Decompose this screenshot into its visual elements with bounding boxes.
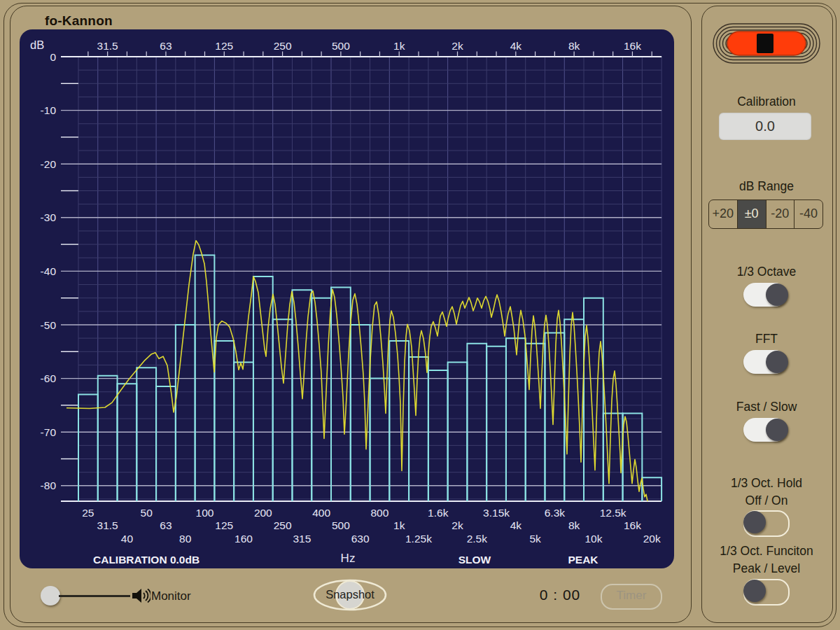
- svg-text:315: 315: [293, 533, 311, 545]
- svg-text:5k: 5k: [529, 533, 541, 545]
- speaker-icon: [132, 587, 150, 608]
- svg-text:63: 63: [160, 519, 172, 531]
- monitor-volume-knob[interactable]: [41, 586, 60, 606]
- svg-text:2k: 2k: [451, 40, 463, 52]
- svg-text:40: 40: [121, 533, 134, 545]
- svg-text:-10: -10: [41, 104, 57, 116]
- monitor-label: Monitor: [151, 589, 191, 603]
- timer-value: 0 : 00: [528, 587, 592, 603]
- toggle-knob: [766, 351, 788, 373]
- svg-text:dB: dB: [30, 38, 44, 51]
- svg-text:20k: 20k: [643, 533, 661, 545]
- db-range-option--20[interactable]: -20: [766, 200, 795, 228]
- svg-text:800: 800: [370, 507, 388, 519]
- power-slider-handle: [757, 34, 774, 53]
- svg-text:50: 50: [141, 507, 153, 519]
- svg-text:3.15k: 3.15k: [483, 507, 510, 519]
- svg-text:-30: -30: [41, 211, 57, 223]
- svg-text:125: 125: [215, 40, 233, 52]
- fast-slow-toggle-label: Fast / Slow: [701, 400, 832, 414]
- fast-slow-toggle[interactable]: [743, 418, 787, 442]
- snapshot-button[interactable]: Snapshot: [312, 579, 388, 611]
- oct-hold-toggle[interactable]: [743, 510, 790, 537]
- svg-text:1.6k: 1.6k: [428, 507, 449, 519]
- svg-text:500: 500: [332, 40, 350, 52]
- svg-text:16k: 16k: [624, 519, 641, 531]
- svg-text:PEAK: PEAK: [568, 554, 598, 566]
- oct-hold-label-line1: 1/3 Oct. Hold: [701, 476, 832, 491]
- db-range-option--40[interactable]: -40: [794, 200, 822, 228]
- toggle-knob: [743, 580, 766, 602]
- svg-text:16k: 16k: [624, 40, 641, 52]
- toggle-knob: [766, 419, 788, 441]
- calibration-input[interactable]: 0.0: [719, 113, 811, 140]
- spectrum-display: dB0-10-20-30-40-50-60-70-8031.5631252505…: [20, 29, 674, 568]
- svg-text:31.5: 31.5: [97, 519, 118, 531]
- svg-text:-80: -80: [41, 479, 57, 491]
- fft-toggle-label: FFT: [701, 332, 832, 346]
- snapshot-label: Snapshot: [312, 588, 388, 601]
- svg-text:CALIBRATION 0.0dB: CALIBRATION 0.0dB: [93, 554, 200, 566]
- svg-text:0: 0: [50, 51, 56, 63]
- octave-toggle-label: 1/3 Octave: [701, 265, 832, 279]
- svg-text:1.25k: 1.25k: [405, 533, 432, 545]
- oct-hold-label-line2: Off / On: [701, 493, 832, 508]
- oct-function-label-line1: 1/3 Oct. Funciton: [701, 544, 832, 559]
- app-title: fo-Kannon: [45, 13, 113, 29]
- svg-text:80: 80: [179, 533, 192, 545]
- svg-text:250: 250: [274, 40, 292, 52]
- svg-text:4k: 4k: [510, 519, 522, 531]
- svg-text:-50: -50: [41, 319, 57, 331]
- svg-text:31.5: 31.5: [97, 40, 118, 52]
- svg-text:6.3k: 6.3k: [545, 507, 566, 519]
- db-range-label: dB Range: [701, 179, 832, 194]
- svg-text:Hz: Hz: [341, 552, 356, 565]
- svg-text:4k: 4k: [510, 40, 522, 52]
- toggle-knob: [766, 284, 788, 306]
- toggle-knob: [743, 511, 766, 533]
- octave-toggle[interactable]: [743, 283, 787, 307]
- svg-text:SLOW: SLOW: [458, 554, 491, 566]
- db-range-option-+20[interactable]: +20: [709, 200, 738, 228]
- oct-function-label-line2: Peak / Level: [701, 561, 832, 576]
- fo-kannon-window: { "window": { "title": "fo-Kannon" }, "d…: [0, 0, 840, 630]
- svg-text:-20: -20: [41, 158, 57, 170]
- svg-text:12.5k: 12.5k: [600, 507, 626, 519]
- svg-text:2.5k: 2.5k: [467, 533, 488, 545]
- svg-text:-70: -70: [41, 426, 57, 438]
- svg-text:8k: 8k: [568, 40, 580, 52]
- spectrum-chart: dB0-10-20-30-40-50-60-70-8031.5631252505…: [20, 29, 674, 568]
- svg-text:630: 630: [351, 533, 370, 545]
- svg-text:2k: 2k: [451, 519, 463, 531]
- svg-text:400: 400: [312, 507, 330, 519]
- svg-text:200: 200: [254, 507, 272, 519]
- timer-button[interactable]: Timer: [601, 584, 662, 610]
- svg-text:160: 160: [234, 533, 253, 545]
- svg-text:250: 250: [274, 519, 292, 531]
- svg-text:100: 100: [196, 507, 214, 519]
- fft-toggle[interactable]: [743, 350, 787, 374]
- power-switch[interactable]: [712, 22, 821, 64]
- calibration-label: Calibration: [701, 94, 832, 109]
- oct-function-toggle[interactable]: [743, 579, 790, 606]
- svg-text:25: 25: [82, 507, 94, 519]
- svg-text:500: 500: [332, 519, 350, 531]
- svg-text:-40: -40: [41, 265, 57, 277]
- svg-text:10k: 10k: [584, 533, 602, 545]
- db-range-selector: +20±0-20-40: [708, 200, 823, 229]
- svg-text:125: 125: [215, 519, 233, 531]
- monitor-volume-track[interactable]: [59, 595, 130, 597]
- svg-text:1k: 1k: [393, 40, 405, 52]
- svg-text:8k: 8k: [568, 519, 580, 531]
- svg-text:-60: -60: [41, 372, 57, 384]
- svg-text:63: 63: [160, 40, 172, 52]
- svg-text:1k: 1k: [393, 519, 405, 531]
- db-range-option-±0[interactable]: ±0: [738, 200, 766, 228]
